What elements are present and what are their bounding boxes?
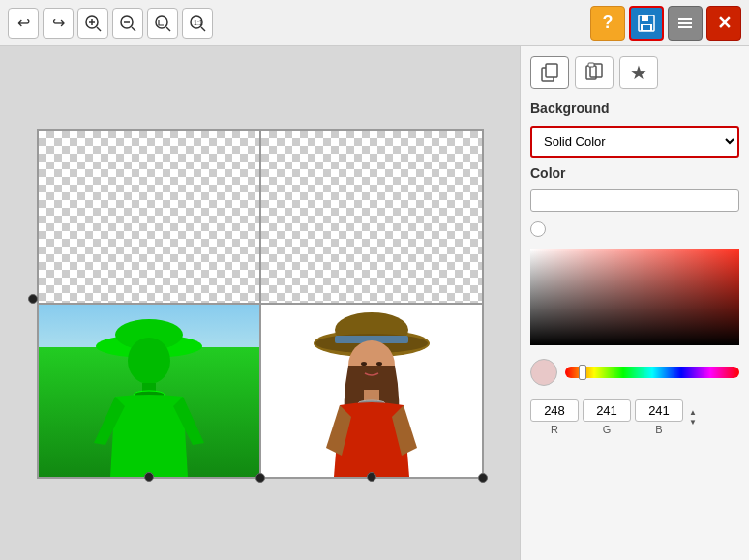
- svg-line-11: [201, 27, 205, 31]
- zoom-out-icon: [119, 15, 136, 32]
- close-icon: ✕: [717, 13, 732, 34]
- g-label: G: [583, 424, 631, 435]
- paste-icon: [584, 62, 605, 83]
- svg-text:1:1: 1:1: [194, 19, 203, 26]
- toolbar-right-buttons: ? ✕: [590, 6, 741, 41]
- svg-line-6: [132, 27, 135, 31]
- close-button[interactable]: ✕: [706, 6, 741, 41]
- handle-bottom-right[interactable]: [478, 473, 488, 483]
- tab-star[interactable]: ★: [619, 56, 658, 89]
- g-input[interactable]: [583, 399, 631, 422]
- svg-point-32: [361, 362, 367, 366]
- color-circle-row: [530, 221, 739, 237]
- svg-point-7: [156, 16, 167, 28]
- canvas-area[interactable]: [0, 46, 520, 560]
- g-input-box: G: [583, 399, 631, 435]
- b-label: B: [635, 424, 683, 435]
- help-button[interactable]: ?: [590, 6, 625, 41]
- zoom-in-icon: [84, 15, 102, 32]
- green-woman-svg: [76, 317, 222, 477]
- redo-button[interactable]: ↪: [43, 8, 74, 39]
- svg-rect-13: [642, 15, 648, 21]
- zoom-fit-icon: [154, 15, 171, 32]
- b-input-box: B: [635, 399, 683, 435]
- star-icon: ★: [630, 61, 647, 84]
- svg-point-21: [128, 338, 170, 384]
- hue-slider-track[interactable]: [565, 367, 739, 378]
- image-grid: [37, 129, 484, 479]
- normal-woman-svg: [299, 312, 444, 477]
- rgb-spinners: ▲ ▼: [689, 408, 697, 427]
- svg-line-3: [97, 27, 101, 31]
- rgb-up-arrow[interactable]: ▲: [689, 408, 697, 418]
- b-input[interactable]: [635, 399, 683, 422]
- svg-rect-35: [546, 64, 557, 77]
- svg-line-8: [166, 27, 170, 31]
- color-gradient-picker[interactable]: [530, 249, 739, 345]
- background-label: Background: [530, 101, 739, 116]
- grid-cell-top-right: [260, 130, 483, 304]
- green-woman-image: [39, 305, 259, 477]
- background-select[interactable]: Solid Color Transparent Image: [530, 126, 739, 158]
- hue-slider-row: [530, 359, 739, 386]
- grid-cell-bottom-right: [260, 304, 483, 478]
- color-label: Color: [530, 165, 739, 181]
- panel-tabs: ★: [530, 56, 739, 89]
- color-preview-bar[interactable]: [530, 189, 739, 212]
- svg-rect-38: [588, 63, 594, 67]
- color-circle-indicator: [530, 221, 546, 237]
- color-swatch: [530, 359, 557, 386]
- save-icon: [637, 14, 656, 33]
- tab-paste[interactable]: [575, 56, 614, 89]
- svg-point-33: [376, 362, 382, 366]
- handle-bottom-mid[interactable]: [255, 473, 265, 483]
- undo-button[interactable]: ↩: [8, 8, 39, 39]
- hue-slider-thumb[interactable]: [579, 365, 586, 380]
- menu-icon: [676, 15, 694, 32]
- copy-icon: [539, 62, 560, 83]
- save-button[interactable]: [629, 6, 664, 41]
- normal-woman-image: [261, 305, 482, 477]
- zoom-out-button[interactable]: [112, 8, 143, 39]
- right-panel: ★ Background Solid Color Transparent Ima…: [520, 46, 749, 560]
- zoom-actual-button[interactable]: 1:1: [182, 8, 213, 39]
- main-area: ★ Background Solid Color Transparent Ima…: [0, 46, 749, 560]
- tab-copy[interactable]: [530, 56, 569, 89]
- zoom-actual-icon: 1:1: [189, 15, 206, 32]
- handle-bottom-center-right[interactable]: [367, 472, 376, 482]
- gradient-svg: [530, 249, 739, 345]
- menu-button[interactable]: [668, 6, 703, 41]
- zoom-fit-button[interactable]: [147, 8, 178, 39]
- svg-rect-40: [530, 249, 739, 345]
- rgb-down-arrow[interactable]: ▼: [689, 418, 697, 427]
- grid-cell-top-left: [38, 130, 260, 304]
- grid-cell-bottom-left: [38, 304, 260, 478]
- r-input-box: R: [530, 399, 579, 435]
- r-label: R: [530, 424, 579, 435]
- r-input[interactable]: [530, 399, 579, 422]
- rgb-row: R G B ▲ ▼: [530, 399, 739, 435]
- handle-bottom-center-left[interactable]: [144, 472, 154, 482]
- help-icon: ?: [603, 13, 614, 33]
- zoom-in-button[interactable]: [77, 8, 108, 39]
- handle-left[interactable]: [28, 294, 38, 304]
- svg-rect-15: [643, 25, 650, 30]
- toolbar: ↩ ↪ 1:1 ?: [0, 0, 749, 46]
